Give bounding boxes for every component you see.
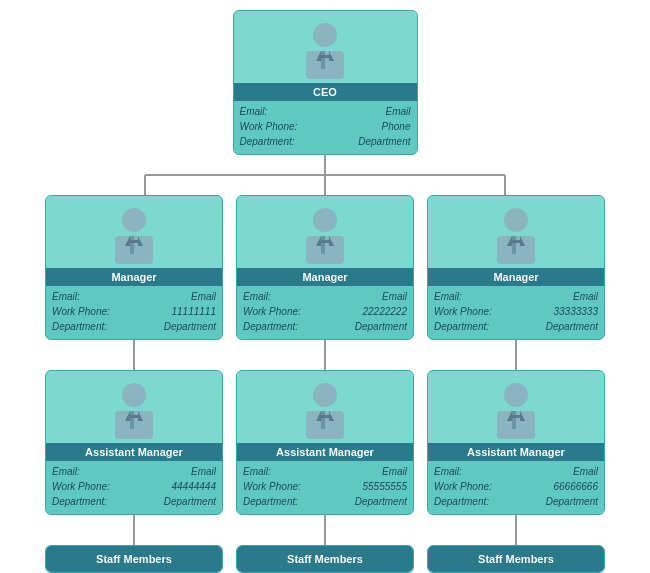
manager-card-2[interactable]: Manager Email: Email Work Phone: 2222222… [236, 195, 414, 340]
assistant-3-details: Email: Email Work Phone: 66666666 Depart… [428, 461, 604, 514]
staff-card-2[interactable]: Staff Members [236, 545, 414, 573]
ceo-phone-row: Work Phone: Phone [240, 119, 411, 134]
svg-point-17 [313, 208, 337, 232]
manager-2-details: Email: Email Work Phone: 22222222 Depart… [237, 286, 413, 339]
svg-rect-46 [512, 411, 516, 429]
manager-card-1[interactable]: Manager Email: Email Work Phone: 1111111… [45, 195, 223, 340]
assistant-2-title: Assistant Manager [237, 443, 413, 461]
managers-to-assistants-connector [45, 340, 605, 370]
managers-level: Manager Email: Email Work Phone: 1111111… [45, 195, 605, 340]
assistant-1-details: Email: Email Work Phone: 44444444 Depart… [46, 461, 222, 514]
ceo-details: Email: Email Work Phone: Phone Departmen… [234, 101, 417, 154]
ceo-card[interactable]: CEO Email: Email Work Phone: Phone Depar… [233, 10, 418, 155]
svg-rect-34 [130, 411, 134, 429]
svg-rect-13 [130, 236, 134, 254]
assistant-3-avatar [428, 371, 604, 443]
manager-2-avatar [237, 196, 413, 268]
assistant-2-details: Email: Email Work Phone: 55555555 Depart… [237, 461, 413, 514]
ceo-email-value: Email [385, 104, 410, 119]
svg-rect-25 [512, 236, 516, 254]
ceo-dept-label: Department: [240, 134, 295, 149]
manager-3-details: Email: Email Work Phone: 33333333 Depart… [428, 286, 604, 339]
svg-rect-2 [321, 51, 325, 69]
staff-card-1[interactable]: Staff Members [45, 545, 223, 573]
manager-3-title: Manager [428, 268, 604, 286]
ceo-title: CEO [234, 83, 417, 101]
svg-point-0 [313, 23, 337, 47]
manager-3-avatar [428, 196, 604, 268]
assistants-level: Assistant Manager Email: Email Work Phon… [45, 370, 605, 515]
person-icon [107, 204, 161, 264]
manager-1-phone-row: Work Phone: 11111111 [52, 304, 216, 319]
person-icon [489, 379, 543, 439]
ceo-dept-value: Department [358, 134, 410, 149]
staff-level: Staff Members Staff Members Staff Member… [45, 545, 605, 573]
person-icon [107, 379, 161, 439]
person-icon [298, 379, 352, 439]
assistant-1-avatar [46, 371, 222, 443]
ceo-email-row: Email: Email [240, 104, 411, 119]
assistant-card-1[interactable]: Assistant Manager Email: Email Work Phon… [45, 370, 223, 515]
manager-card-3[interactable]: Manager Email: Email Work Phone: 3333333… [427, 195, 605, 340]
svg-rect-19 [321, 236, 325, 254]
staff-title-2: Staff Members [237, 546, 413, 572]
svg-rect-43 [319, 415, 331, 418]
person-icon [298, 19, 352, 79]
svg-point-23 [504, 208, 528, 232]
ceo-to-managers-connector [45, 155, 605, 195]
assistants-to-staff-connector [45, 515, 605, 545]
ceo-avatar [234, 11, 417, 83]
svg-rect-22 [319, 240, 331, 243]
svg-point-44 [504, 383, 528, 407]
staff-card-3[interactable]: Staff Members [427, 545, 605, 573]
ceo-email-label: Email: [240, 104, 268, 119]
person-icon [298, 204, 352, 264]
manager-1-email-row: Email: Email [52, 289, 216, 304]
svg-point-11 [122, 208, 146, 232]
svg-point-32 [122, 383, 146, 407]
assistant-3-title: Assistant Manager [428, 443, 604, 461]
manager-1-details: Email: Email Work Phone: 11111111 Depart… [46, 286, 222, 339]
ceo-dept-row: Department: Department [240, 134, 411, 149]
manager-1-avatar [46, 196, 222, 268]
manager-2-title: Manager [237, 268, 413, 286]
person-icon [489, 204, 543, 264]
svg-rect-28 [510, 240, 522, 243]
svg-point-38 [313, 383, 337, 407]
svg-rect-37 [128, 415, 140, 418]
assistant-card-3[interactable]: Assistant Manager Email: Email Work Phon… [427, 370, 605, 515]
ceo-column: CEO Email: Email Work Phone: Phone Depar… [233, 10, 418, 155]
svg-rect-16 [128, 240, 140, 243]
svg-rect-49 [510, 415, 522, 418]
assistant-2-avatar [237, 371, 413, 443]
assistant-1-title: Assistant Manager [46, 443, 222, 461]
org-chart: CEO Email: Email Work Phone: Phone Depar… [10, 10, 640, 573]
assistant-card-2[interactable]: Assistant Manager Email: Email Work Phon… [236, 370, 414, 515]
ceo-phone-label: Work Phone: [240, 119, 298, 134]
svg-rect-40 [321, 411, 325, 429]
staff-title-3: Staff Members [428, 546, 604, 572]
manager-1-dept-row: Department: Department [52, 319, 216, 334]
ceo-phone-value: Phone [382, 119, 411, 134]
manager-1-title: Manager [46, 268, 222, 286]
svg-rect-5 [319, 55, 331, 58]
staff-title-1: Staff Members [46, 546, 222, 572]
